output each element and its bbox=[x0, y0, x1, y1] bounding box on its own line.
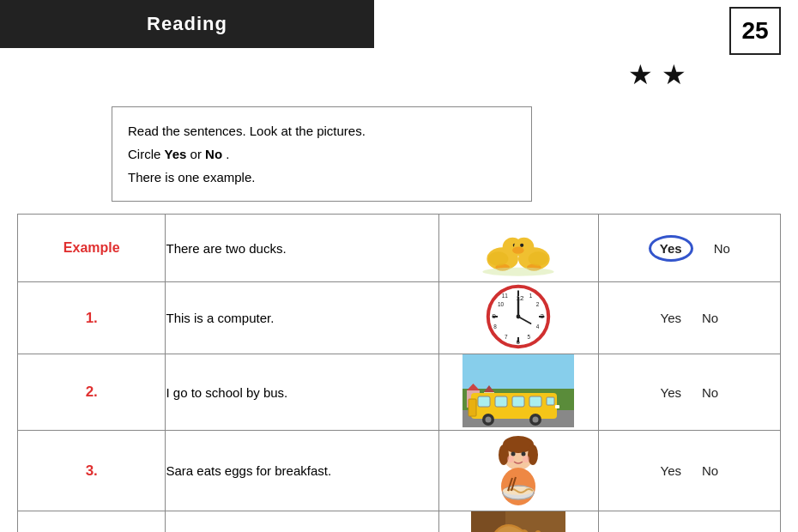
example-label: Example bbox=[63, 240, 120, 255]
page-number-box: 25 bbox=[729, 7, 781, 55]
row-1-no[interactable]: No bbox=[702, 311, 718, 325]
row-3-yn: Yes No bbox=[599, 455, 780, 487]
example-row: Example There are two ducks. bbox=[18, 215, 781, 282]
example-sentence: There are two ducks. bbox=[166, 241, 286, 256]
svg-rect-51 bbox=[469, 399, 476, 416]
row-1-yes[interactable]: Yes bbox=[661, 311, 681, 325]
svg-rect-42 bbox=[495, 396, 507, 407]
instruction-line-1: Read the sentences. Look at the pictures… bbox=[128, 119, 516, 142]
svg-point-59 bbox=[507, 456, 514, 462]
svg-text:7: 7 bbox=[505, 334, 508, 340]
svg-point-48 bbox=[486, 417, 492, 423]
svg-point-63 bbox=[503, 487, 534, 495]
row-3-no[interactable]: No bbox=[702, 463, 718, 478]
row-1-yn: Yes No bbox=[599, 302, 780, 334]
row-2-sentence: I go to school by bus. bbox=[166, 385, 287, 400]
svg-text:2: 2 bbox=[536, 301, 540, 307]
svg-point-55 bbox=[499, 444, 509, 465]
svg-text:8: 8 bbox=[493, 323, 497, 329]
svg-rect-46 bbox=[547, 397, 554, 405]
row-1-sentence: This is a computer. bbox=[166, 311, 274, 325]
svg-point-60 bbox=[523, 456, 529, 462]
table-row: 4. The squirrel can climb. bbox=[18, 511, 781, 533]
row-2-yes[interactable]: Yes bbox=[661, 385, 681, 400]
instruction-line-3: There is one example. bbox=[128, 166, 516, 189]
page-number: 25 bbox=[741, 17, 768, 45]
main-table: Example There are two ducks. bbox=[17, 214, 781, 532]
stars-area: ★ ★ bbox=[628, 58, 686, 91]
row-1-number: 1. bbox=[86, 310, 98, 326]
instructions-box: Read the sentences. Look at the pictures… bbox=[112, 106, 532, 202]
instruction-line-2: Circle Yes or No . bbox=[128, 142, 516, 166]
svg-point-12 bbox=[483, 268, 554, 276]
svg-text:5: 5 bbox=[528, 334, 531, 340]
svg-point-11 bbox=[529, 251, 548, 266]
svg-text:3: 3 bbox=[541, 312, 545, 320]
svg-text:11: 11 bbox=[502, 293, 509, 299]
squirrel-image bbox=[467, 511, 570, 532]
star-2: ★ bbox=[662, 58, 686, 91]
example-yn: Yes No bbox=[599, 227, 780, 270]
table-row: 2. I go to school by bus. bbox=[18, 354, 781, 431]
svg-point-56 bbox=[528, 444, 538, 465]
svg-text:1: 1 bbox=[529, 293, 533, 299]
svg-rect-44 bbox=[529, 396, 541, 407]
row-2-number: 2. bbox=[86, 384, 98, 400]
svg-text:9: 9 bbox=[493, 312, 497, 320]
svg-point-9 bbox=[520, 244, 523, 247]
row-2-yn: Yes No bbox=[599, 377, 780, 408]
svg-rect-43 bbox=[512, 396, 524, 407]
ducks-image bbox=[475, 215, 561, 279]
svg-text:4: 4 bbox=[536, 323, 540, 329]
school-bus-image bbox=[462, 354, 574, 427]
svg-rect-41 bbox=[478, 396, 490, 407]
row-3-number: 3. bbox=[86, 462, 98, 479]
eating-girl-image bbox=[475, 431, 561, 508]
svg-point-57 bbox=[511, 452, 516, 456]
row-3-sentence: Sara eats eggs for breakfast. bbox=[166, 463, 331, 478]
table-row: 1. This is a computer. 12 3 6 9 1 2 4 bbox=[18, 282, 781, 354]
svg-point-5 bbox=[488, 251, 508, 266]
example-yes[interactable]: Yes bbox=[649, 235, 693, 262]
header-title: Reading bbox=[147, 13, 227, 35]
svg-point-58 bbox=[522, 452, 526, 456]
example-no[interactable]: No bbox=[714, 241, 730, 256]
row-2-no[interactable]: No bbox=[702, 385, 718, 400]
clock-image: 12 3 6 9 1 2 4 5 10 7 8 11 bbox=[484, 282, 553, 351]
svg-text:6: 6 bbox=[517, 338, 521, 346]
svg-point-50 bbox=[533, 417, 539, 423]
svg-text:10: 10 bbox=[498, 301, 505, 307]
table-row: 3. Sara eats eggs for breakfast. bbox=[18, 431, 781, 511]
svg-rect-52 bbox=[555, 405, 559, 408]
star-1: ★ bbox=[628, 58, 653, 91]
header-bar: Reading bbox=[0, 0, 374, 48]
svg-point-8 bbox=[513, 247, 524, 254]
row-3-yes[interactable]: Yes bbox=[661, 463, 681, 478]
